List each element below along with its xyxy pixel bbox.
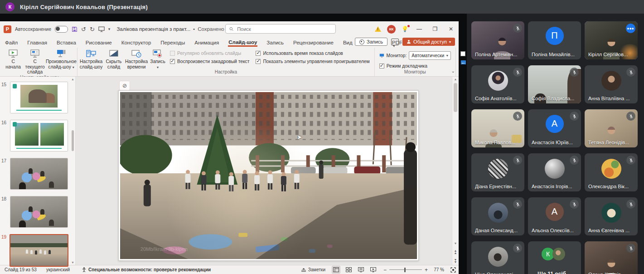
- previous-slide-button[interactable]: ▲▲: [452, 250, 459, 254]
- participant-tile[interactable]: Анна Віталіївна ...: [585, 65, 638, 103]
- participant-tile[interactable]: Анна Євгенівна ...: [585, 197, 638, 235]
- slide-canvas[interactable]: ⊘: [76, 77, 452, 265]
- participant-tile[interactable]: Тетяна Леонідів...: [585, 109, 638, 147]
- undo-icon[interactable]: ↺: [81, 26, 86, 32]
- monitor-dropdown[interactable]: Автоматически▾: [409, 51, 450, 60]
- normal-view-button[interactable]: [332, 266, 340, 274]
- from-current-slide-button[interactable]: С текущего слайда: [24, 49, 46, 75]
- zoom-in-button[interactable]: +: [425, 267, 428, 273]
- update-slides-checkbox[interactable]: Регулярно обновлять слайды: [170, 51, 249, 56]
- mouse-cursor: ➤: [297, 133, 302, 141]
- tab-review[interactable]: Рецензирование: [293, 38, 334, 47]
- participant-tile[interactable]: Ніна Олександрі...: [471, 241, 524, 274]
- participant-tile[interactable]: Софія Владисла...: [528, 65, 581, 103]
- tab-insert[interactable]: Вставка: [56, 38, 77, 47]
- autosave-toggle[interactable]: [55, 26, 68, 33]
- canvas-scrollbar[interactable]: ▲ ▼ ▲▲ ▼▼: [452, 77, 459, 265]
- share-button[interactable]: Общий доступ ▾: [402, 38, 455, 46]
- slide-counter[interactable]: Слайд 19 из 53: [5, 267, 46, 272]
- participant-tile[interactable]: Софія Анатоліїв...: [471, 65, 524, 103]
- slideshow-view-button[interactable]: [369, 266, 377, 273]
- participant-tile[interactable]: Олександра Вік...: [585, 153, 638, 191]
- thumbnail-scrollbar[interactable]: ▲ ▼: [71, 77, 74, 265]
- fit-to-window-icon[interactable]: [450, 267, 456, 273]
- more-options-icon[interactable]: •••: [626, 24, 635, 33]
- letter-avatar: П: [546, 27, 564, 45]
- restore-button[interactable]: ❐: [430, 26, 440, 32]
- zoom-slider[interactable]: [389, 269, 422, 270]
- mic-muted-icon: [626, 112, 635, 121]
- slide-thumbnail-19-selected[interactable]: [10, 234, 68, 267]
- tab-transitions[interactable]: Переходы: [160, 38, 185, 47]
- participant-tile[interactable]: Діана Ернестівн...: [471, 153, 524, 191]
- close-button[interactable]: ✕: [446, 26, 456, 32]
- accessibility-icon: [82, 267, 87, 272]
- ink-tool-indicator[interactable]: ⊘: [119, 81, 130, 91]
- tab-view[interactable]: Вид: [343, 38, 353, 47]
- save-icon[interactable]: [72, 26, 77, 32]
- participant-tile-presenter[interactable]: ••• Кірілл Сергійов...: [585, 21, 638, 59]
- participant-tile[interactable]: Поліна Артемівн...: [471, 21, 524, 59]
- tab-design[interactable]: Конструктор: [121, 38, 152, 47]
- participant-tile[interactable]: Даная Олександ...: [471, 197, 524, 235]
- next-slide-button[interactable]: ▼▼: [452, 259, 459, 263]
- language-indicator[interactable]: украинский: [46, 267, 82, 272]
- notes-button[interactable]: Заметки: [301, 267, 325, 272]
- scroll-down-icon[interactable]: ▼: [71, 261, 74, 264]
- zoom-out-button[interactable]: −: [383, 267, 387, 273]
- group-monitors: Монитор: Автоматически▾ Режим докладчика…: [375, 48, 456, 76]
- account-avatar[interactable]: КК: [387, 25, 396, 34]
- tab-record[interactable]: Запись: [266, 38, 284, 47]
- slide-thumbnail-17[interactable]: [10, 158, 68, 190]
- shared-screen-area: P Автосохранение ↺ ↻ ▾ Залікова презента…: [0, 14, 467, 274]
- warning-icon[interactable]: [375, 26, 381, 32]
- slide-number-16: 16: [1, 120, 6, 125]
- scroll-up-icon[interactable]: ▲: [452, 78, 459, 81]
- current-slide[interactable]: 20Mb/Ikram-3b-kiprm: [118, 90, 419, 261]
- reading-view-button[interactable]: [357, 266, 365, 273]
- profile-photo-avatar: [488, 203, 508, 223]
- participant-tile[interactable]: Микола Павлов...: [471, 109, 524, 147]
- scroll-up-icon[interactable]: ▲: [71, 78, 74, 81]
- more-participants-tile[interactable]: К Ще 11 осіб: [528, 241, 581, 274]
- accessibility-status[interactable]: Специальные возможности: проверьте реком…: [88, 267, 211, 272]
- hide-slide-button[interactable]: Скрыть слайд: [104, 49, 124, 69]
- participant-tile[interactable]: П Поліна Михайлів...: [528, 21, 581, 59]
- tab-home[interactable]: Главная: [27, 38, 48, 47]
- participant-tile[interactable]: А Альона Олексіїв...: [528, 197, 581, 235]
- from-current-slide-icon: [29, 49, 40, 59]
- slide-thumbnail-16[interactable]: [10, 120, 68, 152]
- search-box[interactable]: [225, 24, 336, 34]
- slideshow-quick-icon[interactable]: [98, 26, 105, 32]
- participant-tile[interactable]: А Анастасія Юріїв...: [528, 109, 581, 147]
- from-beginning-button[interactable]: С начала: [4, 49, 23, 69]
- comments-icon[interactable]: [391, 39, 399, 45]
- rehearse-timings-button[interactable]: Настройка времени: [125, 49, 148, 69]
- record-button[interactable]: Запись: [355, 38, 387, 46]
- lightbulb-icon[interactable]: 💡: [402, 26, 408, 32]
- scroll-down-icon[interactable]: ▼: [452, 242, 459, 245]
- slide-thumbnail-15[interactable]: [10, 82, 68, 113]
- slide-number-19: 19: [1, 235, 6, 240]
- custom-slideshow-button[interactable]: Произвольное слайд-шоу ▾: [47, 49, 75, 69]
- record-slideshow-button[interactable]: Запись▾: [149, 49, 166, 69]
- tab-slideshow[interactable]: Слайд-шоу: [228, 38, 257, 47]
- search-input[interactable]: [236, 26, 332, 32]
- presenter-view-checkbox[interactable]: Режим докладчика: [379, 64, 451, 68]
- participant-tile[interactable]: Анастасія Ігорів...: [528, 153, 581, 191]
- tab-draw[interactable]: Рисование: [85, 38, 112, 47]
- show-controls-checkbox[interactable]: Показать элементы управления проигрывате…: [256, 59, 369, 64]
- use-timings-checkbox[interactable]: Использовать время показа слайдов: [256, 51, 369, 56]
- tab-animations[interactable]: Анимация: [194, 38, 219, 47]
- slide-sorter-view-button[interactable]: [345, 266, 353, 273]
- zoom-level[interactable]: 77 %: [431, 267, 444, 272]
- play-narration-checkbox[interactable]: Воспроизвести закадровый текст: [170, 59, 249, 64]
- participant-tile[interactable]: Олена Казімір...: [585, 241, 638, 274]
- minimize-button[interactable]: —: [414, 26, 424, 32]
- collapse-ribbon-chevron[interactable]: ⌄: [451, 68, 455, 73]
- redo-icon[interactable]: ↻: [90, 26, 95, 32]
- slide-thumbnail-18[interactable]: [10, 196, 68, 228]
- setup-slideshow-button[interactable]: Настройка слайд-шоу: [79, 49, 103, 69]
- tab-file[interactable]: Файл: [5, 38, 18, 47]
- quick-access-chevron[interactable]: ▾: [108, 27, 111, 31]
